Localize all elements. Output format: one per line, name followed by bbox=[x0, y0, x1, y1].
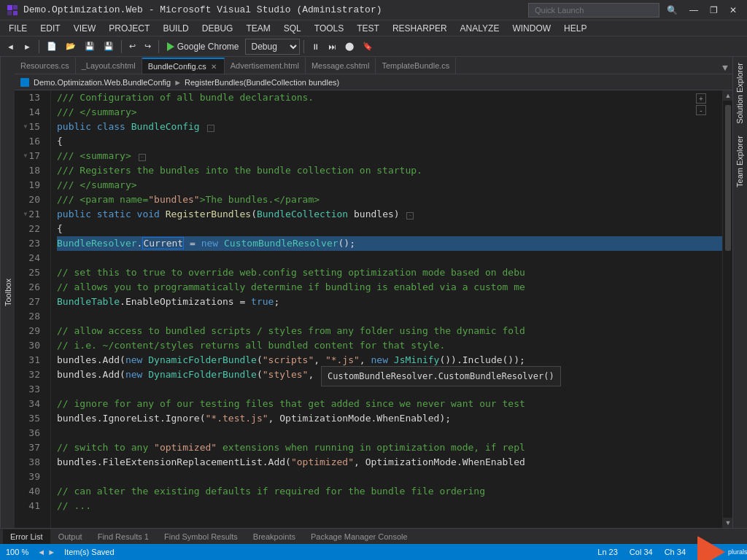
code-editor[interactable]: 13 14 15 16 17 18 19 20 21 22 23 24 25 2… bbox=[15, 90, 732, 528]
redo-button[interactable]: ↪ bbox=[141, 39, 155, 55]
save-button[interactable]: 💾 bbox=[81, 39, 98, 55]
menu-file[interactable]: FILE bbox=[3, 20, 33, 36]
menu-build[interactable]: BUILD bbox=[157, 20, 194, 36]
line-num-35: 35 bbox=[15, 411, 44, 426]
line-num-38: 38 bbox=[15, 455, 44, 470]
tab-bundleconfig-cs[interactable]: BundleConfig.cs ✕ bbox=[142, 58, 225, 74]
fold-icon-15[interactable]: - bbox=[207, 125, 214, 132]
tab-advertisement-html-label: Advertisement.html bbox=[231, 61, 299, 70]
code-line-33 bbox=[57, 382, 722, 397]
code-line-31: bundles.Add(new DynamicFolderBundle("scr… bbox=[57, 353, 722, 368]
toolbox-panel[interactable]: Toolbox bbox=[0, 57, 15, 528]
menu-analyze[interactable]: ANALYZE bbox=[454, 20, 506, 36]
scroll-up-button[interactable]: ▲ bbox=[723, 90, 732, 101]
line-num-17: 17 bbox=[15, 149, 44, 163]
team-explorer-tab[interactable]: Team Explorer bbox=[733, 130, 747, 193]
bookmark-button[interactable]: 🔖 bbox=[359, 39, 376, 55]
line-num-27: 27 bbox=[15, 295, 44, 309]
save-all-button[interactable]: 💾 bbox=[100, 39, 117, 55]
window-title: Demo.Optimization.Web - Microsoft Visual… bbox=[23, 4, 382, 15]
tab-layout-cshtml[interactable]: _Layout.cshtml bbox=[76, 58, 142, 74]
minimize-button[interactable]: — bbox=[685, 4, 703, 17]
menu-resharper[interactable]: RESHARPER bbox=[387, 20, 453, 36]
tab-bundleconfig-cs-close[interactable]: ✕ bbox=[209, 62, 218, 71]
tab-templatebundle-cs-label: TemplateBundle.cs bbox=[382, 61, 449, 70]
line-num-41: 41 bbox=[15, 499, 44, 513]
line-num-22: 22 bbox=[15, 222, 44, 236]
status-right: Ln 23 Col 34 Ch 34 pluralsight bbox=[597, 544, 741, 560]
bottom-tab-breakpoints[interactable]: Breakpoints bbox=[246, 529, 303, 544]
code-line-26: // allows you to programmatically determ… bbox=[57, 280, 722, 295]
debug-configuration-dropdown[interactable]: Debug Release bbox=[245, 39, 300, 55]
status-left: 100 % ◄ ► Item(s) Saved bbox=[6, 548, 115, 556]
menu-tools[interactable]: TOOLS bbox=[309, 20, 349, 36]
forward-button[interactable]: ► bbox=[20, 39, 35, 55]
menu-edit[interactable]: EDIT bbox=[34, 20, 66, 36]
line-num-23: 23 bbox=[15, 236, 44, 251]
toolbar-separator-4 bbox=[303, 40, 304, 53]
scroll-down-button[interactable]: ▼ bbox=[723, 518, 732, 528]
line-num-31: 31 bbox=[15, 353, 44, 368]
zoom-level: 100 % bbox=[6, 548, 28, 556]
breadcrumb-method[interactable]: RegisterBundles(BundleCollection bundles… bbox=[185, 78, 339, 87]
solution-explorer-tab[interactable]: Solution Explorer bbox=[733, 57, 747, 130]
collapse-all-button[interactable]: - bbox=[696, 105, 706, 115]
editor-section: Resources.cs _Layout.cshtml BundleConfig… bbox=[15, 57, 732, 528]
svg-rect-0 bbox=[7, 5, 12, 10]
menu-window[interactable]: WINDOW bbox=[506, 20, 557, 36]
close-button[interactable]: ✕ bbox=[725, 4, 741, 17]
new-project-button[interactable]: 📄 bbox=[43, 39, 61, 55]
vs-logo-icon bbox=[6, 4, 19, 17]
fold-icon-17[interactable]: - bbox=[139, 154, 146, 161]
code-line-18: /// Registers the bundles into the bundl… bbox=[57, 163, 722, 178]
code-line-37: // switch to any "optimized" extensions … bbox=[57, 440, 722, 455]
scrollbar-thumb[interactable] bbox=[725, 105, 731, 251]
breadcrumb-project[interactable]: Demo.Optimization.Web.BundleConfig bbox=[34, 78, 171, 87]
menu-help[interactable]: HELP bbox=[558, 20, 592, 36]
tab-resources-cs[interactable]: Resources.cs bbox=[15, 58, 76, 74]
bottom-tab-find-symbol-results[interactable]: Find Symbol Results bbox=[157, 529, 245, 544]
bottom-tabs-bar: Error List Output Find Results 1 Find Sy… bbox=[0, 528, 747, 544]
toolbar: ◄ ► 📄 📂 💾 💾 ↩ ↪ Google Chrome Debug Rele… bbox=[0, 36, 747, 57]
menu-team[interactable]: TEAM bbox=[240, 20, 276, 36]
vertical-scrollbar[interactable]: ▲ ▼ bbox=[722, 90, 732, 528]
code-line-41: // ... bbox=[57, 499, 722, 513]
bottom-tab-package-manager-console[interactable]: Package Manager Console bbox=[303, 529, 415, 544]
tab-advertisement-html[interactable]: Advertisement.html bbox=[225, 58, 306, 74]
code-content[interactable]: /// Configuration of all bundle declarat… bbox=[51, 90, 722, 528]
tab-templatebundle-cs[interactable]: TemplateBundle.cs bbox=[376, 58, 456, 74]
menu-test[interactable]: TEST bbox=[351, 20, 385, 36]
breadcrumb-separator: ► bbox=[174, 78, 182, 87]
line-num-18: 18 bbox=[15, 163, 44, 178]
bottom-tab-output[interactable]: Output bbox=[51, 529, 90, 544]
code-line-32: bundles.Add(new DynamicFolderBundle("sty… bbox=[57, 368, 722, 382]
menu-debug[interactable]: DEBUG bbox=[196, 20, 239, 36]
run-button[interactable]: Google Chrome bbox=[163, 40, 244, 53]
quick-launch-input[interactable] bbox=[528, 3, 659, 18]
code-line-39 bbox=[57, 470, 722, 484]
menu-sql[interactable]: SQL bbox=[278, 20, 307, 36]
menu-view[interactable]: VIEW bbox=[68, 20, 102, 36]
code-line-15: public class BundleConfig - bbox=[57, 120, 722, 134]
line-num-14: 14 bbox=[15, 105, 44, 120]
undo-button[interactable]: ↩ bbox=[125, 39, 139, 55]
attach-debugger-button[interactable]: ⏸ bbox=[308, 39, 323, 55]
bottom-tab-error-list[interactable]: Error List bbox=[3, 529, 50, 544]
step-over-button[interactable]: ⏭ bbox=[325, 39, 340, 55]
breakpoints-button[interactable]: ⬤ bbox=[341, 39, 357, 55]
tabs-overflow-button[interactable]: ▼ bbox=[718, 63, 732, 74]
fold-icon-21[interactable]: - bbox=[406, 212, 414, 219]
cursor-line: Ln 23 bbox=[597, 548, 618, 556]
line-num-37: 37 bbox=[15, 440, 44, 455]
maximize-button[interactable]: ❐ bbox=[705, 4, 722, 17]
open-button[interactable]: 📂 bbox=[62, 39, 80, 55]
expand-all-button[interactable]: + bbox=[696, 93, 706, 104]
tab-message-cshtml[interactable]: Message.cshtml bbox=[306, 58, 376, 74]
code-line-35: bundles.IgnoreList.Ignore("*.test.js", O… bbox=[57, 411, 722, 426]
search-icon[interactable]: 🔍 bbox=[662, 4, 682, 17]
breadcrumb-project-icon bbox=[20, 78, 29, 87]
code-line-29: // allow access to bundled scripts / sty… bbox=[57, 324, 722, 338]
back-button[interactable]: ◄ bbox=[3, 39, 18, 55]
menu-project[interactable]: PROJECT bbox=[103, 20, 155, 36]
bottom-tab-find-results-1[interactable]: Find Results 1 bbox=[90, 529, 156, 544]
